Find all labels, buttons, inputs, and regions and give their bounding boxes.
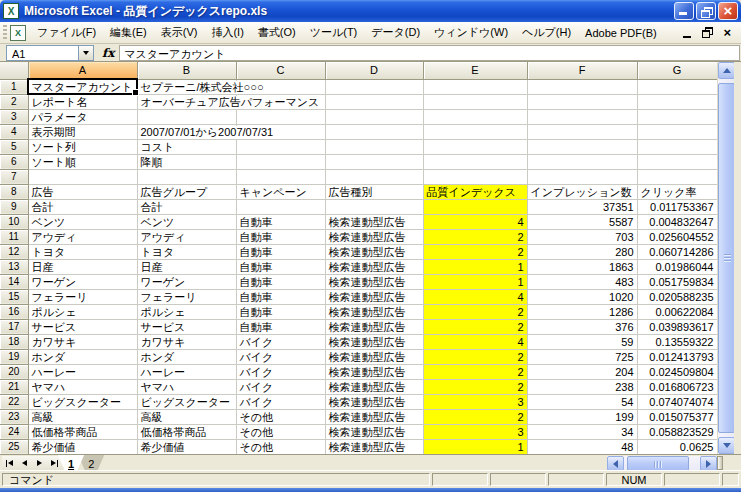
cell-B23[interactable]: 高級 [137,409,236,424]
cell-B13[interactable]: 日産 [137,259,236,274]
cell-G3[interactable] [637,109,717,124]
cell-G8[interactable]: クリック率 [637,184,717,199]
cell-G24[interactable]: 0.058823529 [637,424,717,439]
column-header-A[interactable]: A [28,62,137,79]
cell-D11[interactable]: 検索連動型広告 [325,229,423,244]
row-header-13[interactable]: 13 [0,259,28,274]
cell-D23[interactable]: 検索連動型広告 [325,409,423,424]
cell-F15[interactable]: 1020 [527,289,637,304]
cell-G16[interactable]: 0.00622084 [637,304,717,319]
cell-B24[interactable]: 低価格帯商品 [137,424,236,439]
row-header-25[interactable]: 25 [0,439,28,454]
cell-F12[interactable]: 280 [527,244,637,259]
menu-item-tools[interactable]: ツール(T) [303,22,365,43]
cell-D7[interactable] [325,169,423,184]
cell-A3[interactable]: パラメータ [28,109,137,124]
cell-A7[interactable] [28,169,137,184]
cell-F25[interactable]: 48 [527,439,637,454]
cell-E9[interactable] [423,199,527,214]
cell-F14[interactable]: 483 [527,274,637,289]
cell-B18[interactable]: カワサキ [137,334,236,349]
cell-B16[interactable]: ポルシェ [137,304,236,319]
cell-F17[interactable]: 376 [527,319,637,334]
cell-C15[interactable]: 自動車 [236,289,325,304]
cell-C11[interactable]: 自動車 [236,229,325,244]
cell-E10[interactable]: 4 [423,214,527,229]
menu-item-format[interactable]: 書式(O) [251,22,303,43]
cell-G4[interactable] [637,124,717,139]
cell-A19[interactable]: ホンダ [28,349,137,364]
cell-A21[interactable]: ヤマハ [28,379,137,394]
cell-C23[interactable]: その他 [236,409,325,424]
row-header-4[interactable]: 4 [0,124,28,139]
next-sheet-button[interactable] [32,456,47,470]
row-header-23[interactable]: 23 [0,409,28,424]
cell-B8[interactable]: 広告グループ [137,184,236,199]
cell-E21[interactable]: 2 [423,379,527,394]
cell-F18[interactable]: 59 [527,334,637,349]
horizontal-scroll-thumb[interactable] [627,456,689,471]
cell-F4[interactable] [527,124,637,139]
cell-B5[interactable]: コスト [137,139,236,154]
cell-D18[interactable]: 検索連動型広告 [325,334,423,349]
cell-D5[interactable] [325,139,423,154]
cell-C24[interactable]: その他 [236,424,325,439]
cell-G23[interactable]: 0.015075377 [637,409,717,424]
cell-B7[interactable] [137,169,236,184]
name-box[interactable]: A1 [6,45,78,61]
cell-F3[interactable] [527,109,637,124]
cell-D13[interactable]: 検索連動型広告 [325,259,423,274]
cell-A22[interactable]: ビッグスクーター [28,394,137,409]
cell-C25[interactable]: その他 [236,439,325,454]
cell-A13[interactable]: 日産 [28,259,137,274]
cell-E25[interactable]: 1 [423,439,527,454]
column-header-F[interactable]: F [527,62,637,79]
cell-B4[interactable]: 2007/07/01から2007/07/31 [137,124,236,139]
cell-A20[interactable]: ハーレー [28,364,137,379]
row-header-8[interactable]: 8 [0,184,28,199]
previous-sheet-button[interactable] [17,456,32,470]
toolbar-grip[interactable] [3,25,7,41]
cell-F16[interactable]: 1286 [527,304,637,319]
cell-F13[interactable]: 1863 [527,259,637,274]
cell-C22[interactable]: バイク [236,394,325,409]
cell-A4[interactable]: 表示期間 [28,124,137,139]
cell-G21[interactable]: 0.016806723 [637,379,717,394]
menu-item-insert[interactable]: 挿入(I) [204,22,250,43]
cell-B25[interactable]: 希少価値 [137,439,236,454]
cell-F9[interactable]: 37351 [527,199,637,214]
workbook-restore-icon[interactable] [702,27,713,38]
insert-function-icon[interactable]: fx [94,46,119,60]
cell-F2[interactable] [527,94,637,109]
cell-E4[interactable] [423,124,527,139]
cell-G5[interactable] [637,139,717,154]
cell-G6[interactable] [637,154,717,169]
cell-G9[interactable]: 0.011753367 [637,199,717,214]
cell-E15[interactable]: 4 [423,289,527,304]
cell-E17[interactable]: 2 [423,319,527,334]
cell-D15[interactable]: 検索連動型広告 [325,289,423,304]
cell-B22[interactable]: ビッグスクーター [137,394,236,409]
cell-A2[interactable]: レポート名 [28,94,137,109]
cell-E2[interactable] [423,94,527,109]
select-all-corner[interactable] [0,62,28,79]
cell-G19[interactable]: 0.012413793 [637,349,717,364]
cell-C3[interactable] [236,109,325,124]
cell-E14[interactable]: 1 [423,274,527,289]
menu-item-window[interactable]: ウィンドウ(W) [427,22,515,43]
cell-D10[interactable]: 検索連動型広告 [325,214,423,229]
row-header-24[interactable]: 24 [0,424,28,439]
cell-F10[interactable]: 5587 [527,214,637,229]
cell-G17[interactable]: 0.039893617 [637,319,717,334]
cell-F1[interactable] [527,79,637,94]
scroll-up-button[interactable] [718,62,735,79]
row-header-5[interactable]: 5 [0,139,28,154]
scroll-right-button[interactable] [700,456,717,471]
column-header-E[interactable]: E [423,62,527,79]
cell-D21[interactable]: 検索連動型広告 [325,379,423,394]
row-header-1[interactable]: 1 [0,79,28,94]
cell-E6[interactable] [423,154,527,169]
cell-A10[interactable]: ベンツ [28,214,137,229]
cell-C6[interactable] [236,154,325,169]
cell-E12[interactable]: 2 [423,244,527,259]
